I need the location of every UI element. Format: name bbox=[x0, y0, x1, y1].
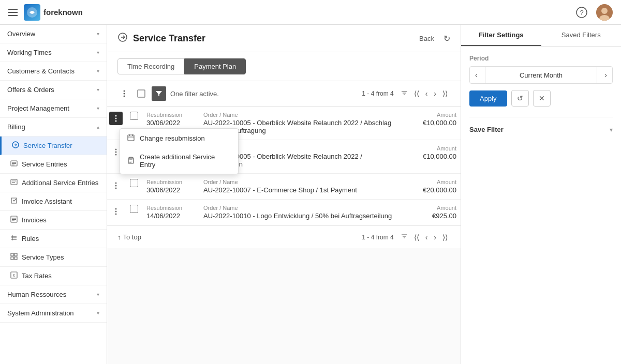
prev-page-button[interactable]: ‹ bbox=[423, 88, 431, 99]
sidebar-item-invoices[interactable]: Invoices bbox=[0, 211, 107, 230]
row-menu-button[interactable] bbox=[109, 179, 123, 192]
bottom-next-page-button[interactable]: › bbox=[431, 232, 439, 243]
sort-button[interactable] bbox=[398, 88, 410, 100]
svg-rect-25 bbox=[14, 257, 17, 260]
topbar: foreknown ? bbox=[0, 0, 621, 25]
right-tab-filter-settings[interactable]: Filter Settings bbox=[461, 25, 541, 46]
period-label: Period bbox=[469, 55, 613, 62]
last-page-button[interactable]: ⟩⟩ bbox=[440, 88, 450, 99]
refresh-button[interactable]: ↻ bbox=[443, 34, 450, 43]
service-types-icon bbox=[10, 253, 18, 262]
bottom-pagination-controls: ⟨⟨ ‹ › ⟩⟩ bbox=[398, 231, 450, 243]
main-content: Service Transfer Back ↻ Time Recording P… bbox=[107, 25, 461, 364]
row-order-cell: Order / Name AU-2022-10007 - E-Commerce … bbox=[199, 174, 398, 200]
row-menu-button[interactable] bbox=[109, 205, 123, 218]
filter-active-indicator[interactable] bbox=[152, 86, 166, 101]
page-title: Service Transfer bbox=[117, 32, 205, 44]
period-next-button[interactable]: › bbox=[599, 67, 612, 83]
svg-rect-23 bbox=[14, 253, 17, 256]
period-prev-button[interactable]: ‹ bbox=[470, 67, 483, 83]
calendar-icon bbox=[127, 134, 135, 143]
sidebar-label-service-transfer: Service Transfer bbox=[23, 142, 72, 149]
user-avatar[interactable] bbox=[596, 4, 613, 21]
svg-point-49 bbox=[115, 185, 117, 187]
row-resubmission-cell: Resubmission 30/06/2022 bbox=[142, 174, 199, 200]
sidebar-item-additional-service-entries[interactable]: Additional Service Entries bbox=[0, 174, 107, 192]
sidebar-item-overview[interactable]: Overview ▾ bbox=[0, 25, 107, 43]
select-all-checkbox[interactable] bbox=[135, 87, 147, 100]
next-page-button[interactable]: › bbox=[431, 88, 439, 99]
app-name: foreknown bbox=[43, 8, 83, 17]
row-menu-button[interactable] bbox=[109, 112, 123, 125]
tabs-bar: Time Recording Payment Plan bbox=[107, 52, 461, 81]
row-amount-cell: Amount €925.00 bbox=[398, 200, 461, 225]
first-page-button[interactable]: ⟨⟨ bbox=[411, 88, 422, 99]
sidebar-label-customers-contacts: Customers & Contacts bbox=[7, 67, 75, 75]
resubmission-value: 14/06/2022 bbox=[146, 212, 195, 220]
sidebar-label-offers-orders: Offers & Orders bbox=[7, 86, 54, 94]
svg-point-42 bbox=[115, 115, 117, 117]
row-checkbox[interactable] bbox=[130, 205, 138, 213]
sidebar-item-system-administration[interactable]: System Administration ▾ bbox=[0, 304, 107, 323]
sidebar-item-service-transfer[interactable]: Service Transfer bbox=[0, 136, 107, 155]
bottom-prev-page-button[interactable]: ‹ bbox=[423, 232, 431, 243]
chevron-down-icon: ▾ bbox=[97, 87, 99, 93]
svg-point-31 bbox=[124, 96, 125, 97]
context-menu-item-change-resubmission[interactable]: Change resubmission bbox=[120, 129, 238, 148]
sidebar-item-service-entries[interactable]: Service Entries bbox=[0, 155, 107, 174]
apply-button[interactable]: Apply bbox=[469, 90, 507, 107]
reset-button[interactable]: ↺ bbox=[511, 90, 529, 107]
service-entries-icon bbox=[10, 160, 18, 169]
row-actions-cell bbox=[107, 200, 126, 225]
sidebar-item-service-types[interactable]: Service Types bbox=[0, 248, 107, 267]
svg-rect-22 bbox=[11, 253, 13, 256]
context-menu-item-create-service-entry[interactable]: Create additional Service Entry bbox=[120, 148, 238, 174]
tab-time-recording[interactable]: Time Recording bbox=[117, 58, 184, 74]
sidebar-item-customers-contacts[interactable]: Customers & Contacts ▾ bbox=[0, 62, 107, 81]
order-label: Order / Name bbox=[203, 179, 394, 185]
help-button[interactable]: ? bbox=[573, 4, 590, 21]
to-top-button[interactable]: ↑ To top bbox=[117, 233, 141, 241]
tab-payment-plan[interactable]: Payment Plan bbox=[184, 58, 246, 74]
context-menu: Change resubmission Create additional Se… bbox=[120, 128, 239, 174]
clear-button[interactable]: ✕ bbox=[533, 90, 551, 107]
sidebar-item-tax-rates[interactable]: € Tax Rates bbox=[0, 267, 107, 285]
bottom-pagination-info: 1 - 4 from 4 bbox=[362, 234, 393, 241]
topbar-left: foreknown bbox=[8, 4, 83, 21]
resubmission-label: Resubmission bbox=[146, 205, 195, 211]
app-logo: foreknown bbox=[24, 4, 83, 21]
hamburger-menu[interactable] bbox=[8, 9, 18, 16]
row-checkbox[interactable] bbox=[130, 179, 138, 187]
svg-point-47 bbox=[115, 154, 117, 156]
svg-rect-33 bbox=[128, 135, 134, 141]
billing-submenu: Service Transfer Service Entries Additio… bbox=[0, 136, 107, 285]
back-button[interactable]: Back bbox=[415, 33, 438, 44]
more-options-button[interactable] bbox=[117, 87, 131, 100]
svg-point-51 bbox=[115, 208, 117, 210]
bottom-first-page-button[interactable]: ⟨⟨ bbox=[411, 232, 422, 243]
bottom-last-page-button[interactable]: ⟩⟩ bbox=[440, 232, 450, 243]
filter-settings-tab-label: Filter Settings bbox=[479, 31, 524, 39]
sidebar-item-working-times[interactable]: Working Times ▾ bbox=[0, 43, 107, 62]
right-tab-saved-filters[interactable]: Saved Filters bbox=[541, 25, 622, 46]
sidebar-item-rules[interactable]: Rules bbox=[0, 230, 107, 248]
table-row: Resubmission 30/06/2022 Order / Name AU-… bbox=[107, 174, 461, 200]
sidebar-label-working-times: Working Times bbox=[7, 49, 52, 56]
sidebar-item-human-ressources[interactable]: Human Ressources ▾ bbox=[0, 285, 107, 304]
order-label: Order / Name bbox=[203, 112, 394, 118]
row-amount-cell: Amount €10,000.00 bbox=[398, 140, 461, 174]
svg-point-44 bbox=[115, 120, 117, 122]
sidebar-label-tax-rates: Tax Rates bbox=[22, 272, 52, 280]
amount-label: Amount bbox=[403, 179, 456, 185]
sidebar-item-project-management[interactable]: Project Management ▾ bbox=[0, 99, 107, 118]
row-checkbox[interactable] bbox=[130, 112, 138, 120]
right-panel: Filter Settings Saved Filters Period ‹ C… bbox=[461, 25, 621, 364]
svg-point-4 bbox=[601, 8, 608, 14]
bottom-sort-button[interactable] bbox=[398, 231, 410, 243]
save-filter-label: Save Filter bbox=[469, 126, 504, 133]
sidebar-item-billing[interactable]: Billing ▴ bbox=[0, 118, 107, 136]
save-filter-section[interactable]: Save Filter ▾ bbox=[469, 117, 613, 133]
sidebar-item-invoice-assistant[interactable]: Invoice Assistant bbox=[0, 192, 107, 211]
sidebar-label-rules: Rules bbox=[22, 235, 39, 242]
sidebar-item-offers-orders[interactable]: Offers & Orders ▾ bbox=[0, 81, 107, 99]
